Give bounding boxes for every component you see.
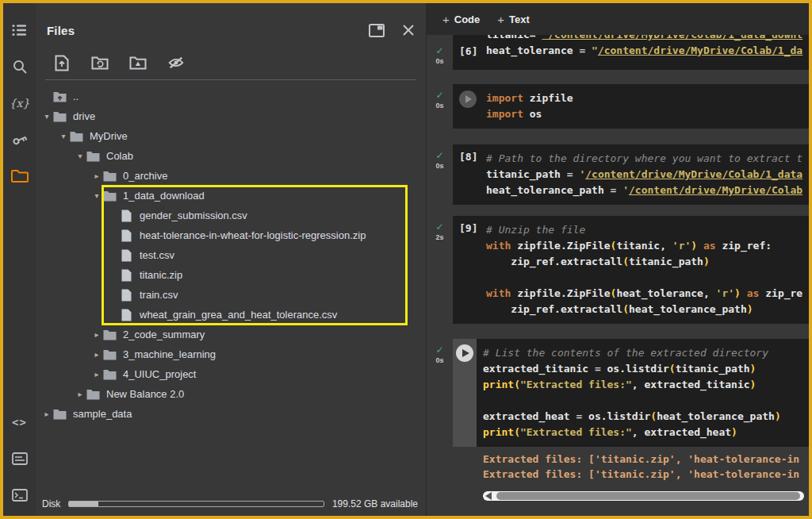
- cell-editor[interactable]: [9]# Unzip the filewith zipfile.ZipFile(…: [453, 216, 809, 324]
- folder-item-sample-data[interactable]: ▸sample_data: [36, 404, 426, 424]
- cell-editor[interactable]: # List the contents of the extracted dir…: [453, 339, 809, 447]
- tree-item-label: 2_code_summary: [123, 329, 205, 340]
- folder-item-new-balance-2-0[interactable]: ▸New Balance 2.0: [36, 384, 426, 404]
- folder-item-drive[interactable]: ▾drive: [36, 106, 426, 126]
- folder-item-1-data-download[interactable]: ▾1_data_download: [36, 186, 426, 206]
- code-line: zip_ref.extractall(titanic_path): [486, 254, 802, 270]
- scrollbar-thumb[interactable]: [496, 492, 800, 500]
- add-text-cell-button[interactable]: +Text: [497, 13, 530, 26]
- file-icon: [118, 309, 134, 321]
- refresh-folder-icon[interactable]: [91, 54, 109, 71]
- folder-item-colab[interactable]: ▾Colab: [36, 146, 426, 166]
- caret-down-icon[interactable]: ▾: [75, 152, 85, 160]
- folder-item-2-code-summary[interactable]: ▸2_code_summary: [36, 325, 426, 344]
- folder-icon: [85, 151, 101, 162]
- file-icon: [118, 269, 134, 282]
- search-icon[interactable]: [10, 57, 29, 76]
- tree-item-label: 4_UIUC_project: [123, 368, 197, 380]
- cell-exec-time: 0s: [435, 162, 443, 170]
- cell-status-gutter: ✓0s: [427, 144, 453, 205]
- hide-panel-eye-icon[interactable]: [167, 54, 185, 71]
- notebook-panel: +Code +Text ✓0s[6]titanic= '/content/dri…: [426, 3, 809, 516]
- variables-icon[interactable]: {x}: [10, 94, 29, 113]
- mount-drive-icon[interactable]: [129, 54, 147, 71]
- code-line: # List the contents of the extracted dir…: [483, 345, 781, 361]
- caret-down-icon[interactable]: ▾: [42, 112, 52, 121]
- code-cell: ✓0s# List the contents of the extracted …: [427, 339, 809, 447]
- terminal-icon[interactable]: [10, 486, 29, 505]
- tree-item-label: 0_archive: [123, 170, 167, 182]
- code-line: heat_tolerance_path = '/content/drive/My…: [486, 183, 802, 198]
- caret-right-icon[interactable]: ▸: [92, 171, 102, 180]
- close-icon[interactable]: [399, 21, 418, 40]
- cell-success-check-icon: ✓: [435, 345, 443, 355]
- tree-item-label: 3_machine_learning: [123, 348, 216, 360]
- cell-success-check-icon: ✓: [435, 46, 443, 56]
- disk-usage: Disk 199.52 GB available: [36, 498, 426, 509]
- file-item-train-csv[interactable]: train.csv: [36, 285, 426, 305]
- output-line: Extracted files: ['titanic.zip', 'heat-t…: [483, 452, 809, 467]
- cell-exec-count[interactable]: [8]: [453, 144, 486, 205]
- file-icon: [118, 229, 134, 242]
- folder-item-3-machine-learning[interactable]: ▸3_machine_learning: [36, 344, 426, 364]
- code-cell: ✓0simport zipfileimport os: [427, 84, 809, 129]
- file-item-titanic-zip[interactable]: titanic.zip: [36, 265, 426, 285]
- files-folder-icon[interactable]: [10, 167, 29, 186]
- cell-editor[interactable]: [6]titanic= '/content/drive/MyDrive/Cola…: [453, 35, 809, 70]
- cell-exec-time: 0s: [435, 57, 443, 65]
- caret-down-icon[interactable]: ▾: [59, 132, 68, 140]
- folder-item-0-archive[interactable]: ▸0_archive: [36, 166, 426, 186]
- cell-exec-count[interactable]: [9]: [453, 216, 486, 324]
- command-palette-icon[interactable]: [10, 449, 29, 468]
- file-item-wheat-grain-grea-and-heat-tolerance-csv[interactable]: wheat_grain_grea_and_heat_tolerance.csv: [36, 305, 426, 325]
- secrets-key-icon[interactable]: [10, 130, 29, 149]
- horizontal-scrollbar[interactable]: [483, 491, 804, 501]
- code-line: import os: [486, 106, 573, 122]
- cell-editor[interactable]: import zipfileimport os: [453, 84, 809, 129]
- caret-right-icon[interactable]: ▸: [42, 409, 52, 418]
- plus-icon: +: [442, 13, 450, 26]
- caret-right-icon[interactable]: ▸: [75, 390, 85, 398]
- cell-exec-count[interactable]: [6]: [453, 35, 486, 70]
- disk-label: Disk: [42, 498, 60, 509]
- folder-icon: [85, 389, 101, 400]
- cell-editor[interactable]: [8]# Path to the directory where you wan…: [453, 144, 809, 205]
- upload-file-icon[interactable]: [53, 54, 71, 71]
- folder-item-4-uiuc-project[interactable]: ▸4_UIUC_project: [36, 364, 426, 384]
- run-cell-button[interactable]: [453, 84, 486, 129]
- output-line: Extracted files: ['titanic.zip', 'heat-t…: [483, 467, 809, 482]
- caret-right-icon[interactable]: ▸: [92, 330, 102, 339]
- caret-right-icon[interactable]: ▸: [92, 350, 102, 359]
- tree-item-label: test.csv: [140, 249, 174, 261]
- table-of-contents-icon[interactable]: [10, 21, 29, 40]
- caret-down-icon[interactable]: ▾: [92, 191, 102, 200]
- caret-right-icon[interactable]: ▸: [92, 370, 102, 379]
- cell-status-gutter: ✓2s: [427, 216, 453, 324]
- tree-item-label: titanic.zip: [140, 269, 182, 281]
- tree-item-label: heat-tolerance-in-wheat-for-logistic-reg…: [140, 229, 366, 241]
- code-cell: ✓0s[6]titanic= '/content/drive/MyDrive/C…: [427, 35, 809, 70]
- code-line: [486, 270, 802, 286]
- code-snippets-icon[interactable]: <>: [10, 413, 29, 432]
- left-icon-rail: {x} <>: [3, 3, 36, 516]
- folder-item-mydrive[interactable]: ▾MyDrive: [36, 126, 426, 146]
- scroll-left-arrow[interactable]: [485, 492, 492, 500]
- tree-item-label: ..: [73, 90, 79, 102]
- folder-icon: [102, 349, 117, 360]
- file-item-heat-tolerance-in-wheat-for-logistic-regression-zip[interactable]: heat-tolerance-in-wheat-for-logistic-reg…: [36, 225, 426, 245]
- cell-exec-time: 2s: [435, 233, 443, 241]
- code-line: extracted_titanic = os.listdir(titanic_p…: [483, 361, 781, 377]
- file-item-gender-submission-csv[interactable]: gender_submission.csv: [36, 206, 426, 225]
- tree-item-label: wheat_grain_grea_and_heat_tolerance.csv: [140, 309, 337, 321]
- run-cell-button[interactable]: [456, 344, 473, 362]
- code-cell: ✓2s[9]# Unzip the filewith zipfile.ZipFi…: [427, 216, 809, 324]
- cell-status-gutter: ✓0s: [427, 84, 453, 129]
- add-code-cell-button[interactable]: +Code: [442, 13, 480, 26]
- tree-item-label: MyDrive: [90, 130, 128, 142]
- code-line: extracted_heat = os.listdir(heat_toleran…: [483, 409, 781, 425]
- folder-item--[interactable]: ..: [36, 86, 426, 106]
- app-window: {x} <> Files: [0, 0, 812, 519]
- folder-icon: [52, 409, 67, 420]
- open-in-tab-icon[interactable]: [367, 21, 386, 40]
- file-item-test-csv[interactable]: test.csv: [36, 245, 426, 265]
